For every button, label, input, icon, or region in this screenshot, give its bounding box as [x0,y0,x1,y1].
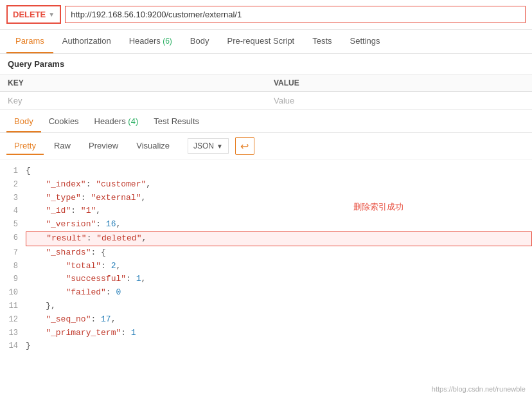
line-number: 2 [0,178,26,191]
tab-badge: (6) [161,37,172,46]
line-number: 5 [0,218,26,231]
json-line: 6 "result": "deleted", [0,231,532,246]
url-input[interactable] [65,6,526,23]
top-tab-body[interactable]: Body [181,30,218,53]
line-number: 14 [0,339,26,352]
body-tabs-row: BodyCookiesHeaders (4)Test Results [0,111,532,133]
json-area: 1{2 "_index": "customer",3 "_type": "ext… [0,159,532,358]
top-tab-headers[interactable]: Headers (6) [120,30,181,53]
line-content: }, [26,300,532,313]
line-number: 1 [0,165,26,177]
json-line: 12 "_seq_no": 17, [0,313,532,327]
line-content: "_seq_no": 17, [26,313,532,327]
col-key-header: KEY [0,75,266,92]
line-content: "failed": 0 [26,286,532,300]
top-tab-pre-request-script[interactable]: Pre-request Script [218,30,303,53]
body-tab-body[interactable]: Body [6,111,41,132]
top-tab-settings[interactable]: Settings [341,30,389,53]
resp-tab-visualize[interactable]: Visualize [129,138,177,155]
url-bar: DELETE ▼ [0,0,532,30]
json-line: 4 "_id": "1", [0,204,532,218]
json-line: 13 "_primary_term": 1 [0,327,532,340]
format-select[interactable]: JSON ▼ [188,138,229,154]
line-number: 6 [0,231,26,244]
line-content: "_index": "customer", [26,178,532,192]
json-line: 5 "_version": 16, [0,218,532,231]
method-dropdown-icon: ▼ [48,11,55,18]
json-line: 7 "_shards": { [0,246,532,260]
query-params-header: Query Params [0,54,532,75]
body-tab-cookies[interactable]: Cookies [41,111,87,132]
wrap-button[interactable]: ↩ [235,137,254,155]
line-content: "_shards": { [26,246,532,260]
line-number: 13 [0,327,26,339]
json-line: 11 }, [0,300,532,313]
line-number: 10 [0,286,26,299]
json-line: 10 "failed": 0 [0,286,532,300]
format-dropdown-icon: ▼ [217,143,223,150]
line-content: "_version": 16, [26,218,532,231]
params-table: KEY VALUE Key Value [0,75,532,110]
top-tab-params[interactable]: Params [6,30,53,53]
json-line: 14} [0,339,532,353]
line-number: 4 [0,204,26,217]
line-number: 11 [0,300,26,312]
line-content: "_primary_term": 1 [26,327,532,340]
line-content: { [26,165,532,178]
params-value-placeholder[interactable]: Value [266,92,532,110]
line-content: } [26,339,532,353]
body-tab-headers[interactable]: Headers (4) [87,111,146,132]
format-label: JSON [193,141,214,150]
watermark: https://blog.csdn.net/runewble [432,385,526,393]
resp-tab-raw[interactable]: Raw [46,138,78,155]
resp-tab-pretty[interactable]: Pretty [6,138,44,155]
params-empty-row: Key Value [0,92,532,110]
line-number: 12 [0,313,26,326]
top-tabs: ParamsAuthorizationHeaders (6)BodyPre-re… [0,30,532,54]
col-value-header: VALUE [266,75,532,92]
json-line: 2 "_index": "customer", [0,178,532,192]
top-tab-tests[interactable]: Tests [303,30,341,53]
line-content: "successful": 1, [26,273,532,286]
json-line: 8 "total": 2, [0,260,532,273]
params-key-placeholder[interactable]: Key [0,92,266,110]
line-number: 7 [0,246,26,259]
line-content: "result": "deleted", [26,231,532,246]
response-toolbar: PrettyRawPreviewVisualizeJSON ▼↩ [0,133,532,159]
body-tab-badge: (4) [126,116,139,126]
top-tab-authorization[interactable]: Authorization [53,30,120,53]
resp-tab-preview[interactable]: Preview [81,138,126,155]
line-content: "_id": "1", [26,204,532,218]
annotation: 删除索引成功 [353,201,403,215]
method-button[interactable]: DELETE ▼ [6,5,61,24]
method-label: DELETE [13,10,46,19]
line-number: 8 [0,260,26,273]
line-content: "_type": "external", [26,192,532,205]
line-number: 3 [0,192,26,204]
json-line: 1{ [0,165,532,178]
line-number: 9 [0,273,26,285]
json-line: 3 "_type": "external", [0,192,532,205]
body-tab-test-results[interactable]: Test Results [146,111,207,132]
json-line: 9 "successful": 1, [0,273,532,286]
line-content: "total": 2, [26,260,532,273]
